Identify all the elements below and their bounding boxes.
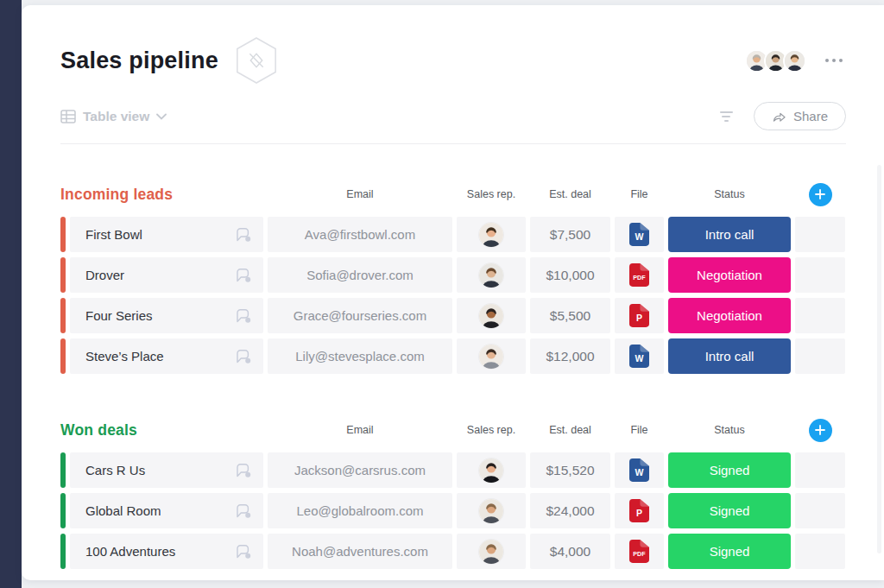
item-name: Cars R Us [85,463,234,477]
status-badge[interactable]: Negotiation [668,298,791,333]
table-grid-icon [60,110,76,123]
file-cell[interactable]: PDF [615,257,664,293]
file-cell[interactable]: P [615,298,664,333]
empty-cell[interactable] [795,534,845,569]
sales-rep-cell[interactable] [457,534,526,569]
share-label: Share [793,109,828,123]
status-badge[interactable]: Signed [668,534,791,569]
table-row: Cars R Us Jackson@carsrus.com $15,520 W … [60,452,845,488]
sales-rep-cell[interactable] [457,452,526,488]
file-cell[interactable]: W [615,217,664,252]
empty-cell[interactable] [795,298,845,333]
empty-cell[interactable] [795,217,845,252]
est-deal-cell[interactable]: $12,000 [530,338,610,374]
file-cell[interactable]: W [615,338,664,374]
empty-cell[interactable] [795,452,845,488]
email-cell[interactable]: Grace@fourseries.com [268,298,452,333]
email-cell[interactable]: Ava@firstbowl.com [268,217,452,252]
svg-text:PDF: PDF [633,275,646,281]
item-name-cell[interactable]: Global Room [70,493,263,528]
empty-cell[interactable] [795,338,845,374]
est-deal-cell[interactable]: $7,500 [530,217,610,252]
est-deal-cell[interactable]: $4,000 [530,534,610,569]
group-color-bar [60,338,66,374]
sales-rep-avatar [479,345,503,369]
conversation-icon[interactable] [234,503,252,520]
sales-rep-avatar [479,304,503,328]
svg-text:W: W [635,467,644,477]
table-row: 100 Adventures Noah@adventures.com $4,00… [60,534,845,569]
table-row: Steve’s Place Lily@stevesplace.com $12,0… [60,338,845,374]
group-title: Won deals [60,421,263,439]
empty-cell[interactable] [795,257,845,293]
conversation-icon[interactable] [234,307,252,325]
group-color-bar [60,257,66,293]
item-name-cell[interactable]: First Bowl [70,217,263,252]
file-cell[interactable]: P [615,493,664,528]
avatar-teammate-3[interactable] [783,49,806,73]
column-header-est-deal: Est. deal [530,188,610,200]
column-header-status: Status [668,188,791,200]
item-name-cell[interactable]: Steve’s Place [70,338,263,374]
left-nav-strip [0,0,22,588]
est-deal-cell[interactable]: $5,500 [530,298,610,333]
view-switcher[interactable]: Table view [60,109,167,124]
column-header-email: Email [268,424,452,436]
conversation-icon[interactable] [234,267,252,284]
conversation-icon[interactable] [234,348,252,365]
file-cell[interactable]: W [615,452,664,488]
table-row: Four Series Grace@fourseries.com $5,500 … [60,298,845,333]
sales-rep-cell[interactable] [457,217,526,252]
file-cell[interactable]: PDF [615,534,664,569]
add-column-button[interactable] [809,419,832,442]
column-header-file: File [615,424,664,436]
email-cell[interactable]: Lily@stevesplace.com [268,338,452,374]
status-badge[interactable]: Intro call [668,217,791,252]
file-icon: W [629,223,649,246]
conversation-icon[interactable] [234,543,252,560]
svg-text:P: P [636,508,642,518]
est-deal-cell[interactable]: $10,000 [530,257,610,293]
sales-rep-avatar [479,263,503,288]
page-title: Sales pipeline [60,47,218,74]
group-rows: First Bowl Ava@firstbowl.com $7,500 W In… [60,217,845,374]
board-header: Sales pipeline [22,5,884,85]
svg-text:W: W [635,353,644,364]
share-button[interactable]: Share [754,102,846,130]
item-name-cell[interactable]: 100 Adventures [70,534,263,569]
sales-rep-cell[interactable] [457,257,526,293]
add-column-button[interactable] [809,183,832,206]
filter-icon[interactable] [717,108,736,125]
status-badge[interactable]: Signed [668,452,791,488]
svg-text:PDF: PDF [633,551,646,558]
sales-rep-cell[interactable] [457,493,526,528]
column-header-status: Status [668,424,791,436]
item-name: Global Room [85,503,234,518]
share-arrow-icon [772,111,786,123]
item-name-cell[interactable]: Cars R Us [70,452,263,488]
group-color-bar [60,493,66,528]
sales-rep-cell[interactable] [457,298,526,333]
email-cell[interactable]: Leo@globalroom.com [268,493,452,528]
divider [60,143,846,144]
est-deal-cell[interactable]: $15,520 [530,452,610,488]
status-badge[interactable]: Signed [668,493,791,528]
email-cell[interactable]: Noah@adventures.com [268,534,452,569]
file-icon: P [629,499,649,522]
est-deal-cell[interactable]: $24,000 [530,493,610,528]
conversation-icon[interactable] [234,226,252,243]
column-header-est-deal: Est. deal [530,424,610,436]
sales-rep-cell[interactable] [457,338,526,374]
status-badge[interactable]: Negotiation [668,257,791,293]
file-icon: W [629,345,649,368]
item-name-cell[interactable]: Four Series [70,298,263,333]
email-cell[interactable]: Sofia@drover.com [268,257,452,293]
status-badge[interactable]: Intro call [668,338,791,374]
more-menu-icon[interactable] [822,55,847,66]
scrollbar[interactable] [877,165,881,553]
email-cell[interactable]: Jackson@carsrus.com [268,452,452,488]
conversation-icon[interactable] [234,462,252,479]
item-name-cell[interactable]: Drover [70,257,263,293]
empty-cell[interactable] [795,493,845,528]
column-header-file: File [615,188,664,200]
